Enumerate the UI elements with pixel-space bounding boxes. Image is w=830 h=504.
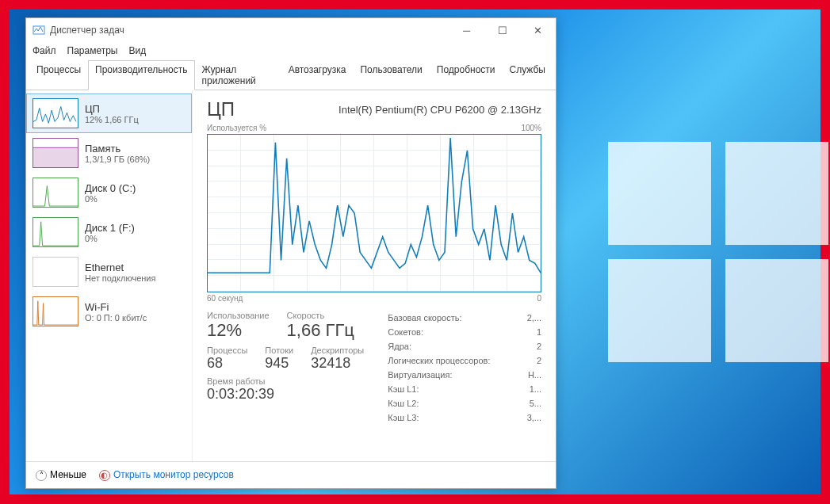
disk1-thumb-icon [33, 217, 78, 247]
menu-view[interactable]: Вид [128, 45, 146, 56]
footer: ˄Меньше ◐Открыть монитор ресурсов [26, 461, 556, 488]
sidebar-item-memory[interactable]: Память1,3/1,9 ГБ (68%) [26, 133, 192, 173]
sidebar-wifi-sub: О: 0 П: 0 кбит/с [85, 313, 147, 323]
tab-strip: Процессы Производительность Журнал прило… [26, 59, 556, 90]
usage-label: Использование [207, 311, 270, 320]
sidebar-item-disk0[interactable]: Диск 0 (C:)0% [26, 173, 192, 212]
menubar: Файл Параметры Вид [26, 42, 556, 59]
sidebar-disk1-title: Диск 1 (F:) [85, 222, 135, 234]
threads-label: Потоки [265, 346, 293, 355]
handles-label: Дескрипторы [311, 346, 364, 355]
l3-cache-value: 3,... [527, 413, 541, 422]
minimize-button[interactable]: ─ [449, 18, 484, 42]
virtualization-label: Виртуализация: [388, 370, 452, 380]
memory-thumb-icon [33, 138, 78, 168]
task-manager-window: Диспетчер задач ─ ☐ ✕ Файл Параметры Вид… [25, 17, 557, 489]
l2-cache-label: Кэш L2: [388, 399, 419, 408]
tab-app-history[interactable]: Журнал приложений [195, 60, 281, 90]
cpu-usage-chart [207, 134, 541, 292]
usage-value: 12% [207, 320, 270, 341]
sidebar-cpu-title: ЦП [85, 103, 139, 115]
chart-ymax: 100% [521, 124, 541, 132]
body: ЦП12% 1,66 ГГц Память1,3/1,9 ГБ (68%) Ди… [26, 90, 556, 461]
cpu-model: Intel(R) Pentium(R) CPU P6200 @ 2.13GHz [339, 104, 541, 116]
tab-services[interactable]: Службы [503, 60, 553, 90]
sockets-label: Сокетов: [388, 327, 423, 337]
l2-cache-value: 5... [530, 399, 541, 408]
tab-startup[interactable]: Автозагрузка [281, 60, 354, 90]
window-title: Диспетчер задач [50, 25, 124, 36]
cores-label: Ядра: [388, 342, 411, 351]
speed-value: 1,66 ГГц [287, 320, 354, 341]
ethernet-thumb-icon [33, 257, 78, 287]
disk0-thumb-icon [33, 178, 78, 208]
threads-value: 945 [265, 355, 293, 372]
sidebar-item-disk1[interactable]: Диск 1 (F:)0% [26, 212, 192, 252]
sidebar: ЦП12% 1,66 ГГц Память1,3/1,9 ГБ (68%) Ди… [26, 90, 193, 461]
maximize-button[interactable]: ☐ [484, 18, 520, 42]
processes-label: Процессы [207, 346, 247, 355]
l3-cache-label: Кэш L3: [388, 413, 419, 422]
close-button[interactable]: ✕ [520, 18, 556, 42]
tab-performance[interactable]: Производительность [88, 60, 194, 90]
sidebar-item-cpu[interactable]: ЦП12% 1,66 ГГц [26, 94, 192, 133]
main-panel: ЦП Intel(R) Pentium(R) CPU P6200 @ 2.13G… [193, 90, 556, 461]
app-icon [33, 24, 45, 36]
open-resource-monitor-link[interactable]: ◐Открыть монитор ресурсов [99, 469, 234, 481]
sidebar-cpu-sub: 12% 1,66 ГГц [85, 115, 139, 124]
speed-label: Скорость [287, 311, 354, 320]
menu-file[interactable]: Файл [33, 45, 56, 56]
wifi-thumb-icon [33, 296, 78, 326]
logical-proc-label: Логических процессоров: [388, 356, 490, 365]
uptime-value: 0:03:20:39 [207, 386, 274, 403]
sidebar-mem-sub: 1,3/1,9 ГБ (68%) [85, 155, 150, 164]
handles-value: 32418 [311, 355, 364, 372]
sidebar-item-ethernet[interactable]: EthernetНет подключения [26, 252, 192, 292]
chart-xlabel: 60 секунд [207, 294, 243, 303]
panel-title: ЦП [207, 98, 235, 120]
tab-details[interactable]: Подробности [430, 60, 503, 90]
l1-cache-label: Кэш L1: [388, 384, 419, 394]
cores-value: 2 [537, 342, 541, 351]
sockets-value: 1 [537, 327, 541, 337]
uptime-label: Время работы [207, 376, 274, 386]
sidebar-eth-sub: Нет подключения [85, 273, 155, 283]
menu-options[interactable]: Параметры [67, 45, 118, 56]
tab-users[interactable]: Пользователи [353, 60, 429, 90]
sidebar-wifi-title: Wi-Fi [85, 301, 147, 313]
cpu-thumb-icon [33, 98, 78, 128]
base-speed-label: Базовая скорость: [388, 313, 461, 323]
sidebar-disk0-title: Диск 0 (C:) [85, 182, 136, 194]
svg-rect-1 [33, 147, 78, 167]
sidebar-disk0-sub: 0% [85, 194, 136, 204]
tab-processes[interactable]: Процессы [29, 60, 88, 90]
sidebar-disk1-sub: 0% [85, 234, 135, 243]
logical-proc-value: 2 [537, 356, 541, 365]
sidebar-mem-title: Память [85, 143, 150, 155]
windows-logo [608, 142, 828, 362]
sidebar-item-wifi[interactable]: Wi-FiО: 0 П: 0 кбит/с [26, 292, 192, 331]
base-speed-value: 2,... [527, 313, 541, 323]
titlebar[interactable]: Диспетчер задач ─ ☐ ✕ [26, 18, 556, 42]
chart-xmin: 0 [537, 294, 541, 303]
chart-ylabel: Используется % [207, 124, 266, 132]
l1-cache-value: 1... [530, 384, 541, 394]
fewer-details-button[interactable]: ˄Меньше [36, 469, 86, 481]
virtualization-value: Н... [528, 370, 541, 380]
sidebar-eth-title: Ethernet [85, 262, 155, 273]
desktop-background: Диспетчер задач ─ ☐ ✕ Файл Параметры Вид… [10, 10, 820, 494]
chevron-up-icon: ˄ [36, 470, 47, 481]
processes-value: 68 [207, 355, 247, 372]
monitor-icon: ◐ [99, 470, 110, 481]
